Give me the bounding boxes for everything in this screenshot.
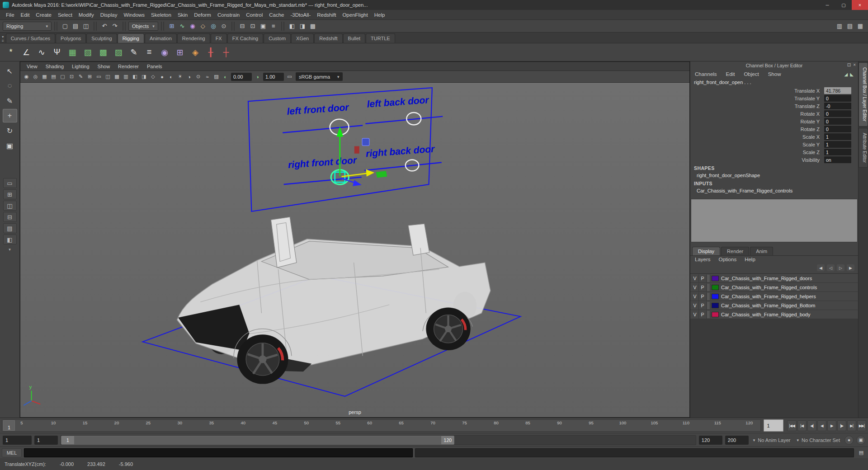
range-end-handle[interactable]: 120 — [441, 436, 454, 444]
muscle-icon[interactable]: ╂ — [203, 45, 218, 60]
paint-skin-weights-icon[interactable]: ✎ — [127, 45, 141, 60]
open-scene-icon[interactable]: ▤ — [71, 21, 80, 31]
menu-item[interactable]: Redshift — [314, 11, 339, 19]
step-forward-frame-button[interactable]: |▶ — [837, 420, 846, 431]
occlusion-icon[interactable]: ⊙ — [194, 72, 203, 81]
menu-item[interactable]: Modify — [75, 11, 97, 19]
Car_Chassis_with_Frame_Rigged_doors[interactable]: V P Car_Chassis_with_Frame_Rigged_doors — [690, 274, 858, 283]
snap-to-grid-icon[interactable]: ⊞ — [167, 21, 177, 31]
shape-node-name[interactable]: right_front_door_openShape — [690, 172, 858, 179]
channel-value-field[interactable]: on — [824, 156, 851, 163]
anim-layer-dropdown[interactable]: ▾ No Anim Layer — [751, 437, 793, 443]
layer-editor-tab[interactable]: Anim — [750, 247, 773, 255]
safe-title-icon[interactable]: ◨ — [140, 72, 148, 81]
channel-label[interactable]: Translate Z — [690, 103, 824, 109]
view-transform-dropdown[interactable]: sRGB gamma ▾ — [296, 72, 343, 81]
selected-object-name[interactable]: right_front_door_open . . . — [690, 79, 858, 87]
channel-value-field[interactable]: 0 — [824, 110, 851, 117]
detach-skin-icon[interactable]: ▨ — [111, 45, 126, 60]
add-layer-from-selected-button[interactable]: ▶ — [847, 264, 854, 271]
resolution-gate-icon[interactable]: ◫ — [104, 72, 112, 81]
exposure-field[interactable]: 0.00 — [231, 73, 252, 81]
menu-item[interactable]: Help — [371, 11, 388, 19]
hyperbolic-slider-icon[interactable]: ◣ — [850, 72, 854, 77]
textured-mode-icon[interactable]: ◐ — [167, 72, 175, 81]
channel-label[interactable]: Translate Y — [690, 96, 824, 101]
lattice-icon[interactable]: ⊞ — [173, 45, 187, 60]
script-editor-button[interactable]: ▤ — [856, 448, 866, 457]
gamma-toggle-icon[interactable]: ◑ — [253, 72, 262, 81]
snap-to-curve-icon[interactable]: ∿ — [177, 21, 187, 31]
channel-box-menu-item[interactable]: Show — [768, 71, 781, 77]
persp-graph-layout-button[interactable]: ⊟ — [3, 212, 17, 222]
layer-name[interactable]: Car_Chassis_with_Frame_Rigged_Bottom — [721, 303, 815, 308]
layer-editor-menu-item[interactable]: Options — [719, 257, 737, 263]
shelf-tab[interactable]: Redshift — [314, 33, 342, 43]
image-plane-icon[interactable]: ▢ — [58, 72, 67, 81]
safe-action-icon[interactable]: ◧ — [131, 72, 139, 81]
menu-item[interactable]: Constrain — [214, 11, 243, 19]
bind-skin-icon[interactable]: ▦ — [65, 45, 80, 60]
channel-value-field[interactable]: 0 — [824, 126, 851, 132]
menu-item[interactable]: File — [3, 11, 18, 19]
layer-editor-tab[interactable]: Display — [692, 247, 720, 255]
channel-label[interactable]: Visibility — [690, 157, 824, 163]
go-to-start-button[interactable]: |◀◀ — [787, 420, 796, 431]
menu-item[interactable]: Cache — [266, 11, 287, 19]
step-forward-key-button[interactable]: ▶| — [847, 420, 856, 431]
channel-label[interactable]: Rotate Z — [690, 127, 824, 132]
menu-item[interactable]: OpenFlight — [339, 11, 371, 19]
grease-pencil-icon[interactable]: ✎ — [76, 72, 85, 81]
channel-box-menu-item[interactable]: Object — [744, 71, 759, 77]
blend-shape-icon[interactable]: ≡ — [142, 45, 156, 60]
menu-item[interactable]: Skeleton — [148, 11, 175, 19]
range-start-handle[interactable]: 1 — [61, 436, 74, 444]
shelf-tab[interactable]: Rendering — [177, 33, 210, 43]
blue-helper-box[interactable] — [362, 138, 369, 146]
select-camera-icon[interactable]: ◉ — [22, 72, 31, 81]
shelf-menu-icon[interactable]: ≡ — [2, 39, 4, 43]
timeline-track[interactable]: 1 51015202530354045505560657075808590951… — [2, 419, 761, 432]
layer-visibility-toggle[interactable]: V — [691, 292, 699, 301]
viewport-menu-item[interactable]: Panels — [143, 63, 166, 70]
menu-item[interactable]: Display — [97, 11, 121, 19]
layer-visibility-toggle[interactable]: V — [691, 283, 699, 291]
channel-value-field[interactable]: 41.786 — [824, 87, 851, 94]
command-language-button[interactable]: MEL — [2, 448, 22, 457]
viewport-menu-item[interactable]: Show — [94, 63, 114, 70]
ik-spline-handle-icon[interactable]: ∿ — [34, 45, 49, 60]
playback-range[interactable]: 1 120 — [61, 436, 454, 445]
grid-toggle-icon[interactable]: ⊞ — [85, 72, 94, 81]
maximize-button[interactable]: ▢ — [835, 0, 852, 10]
layer-color-swatch[interactable] — [712, 276, 719, 281]
shelf-tab[interactable]: FX — [211, 33, 227, 43]
red-helper-box[interactable] — [354, 146, 359, 154]
layer-name[interactable]: Car_Chassis_with_Frame_Rigged_helpers — [721, 294, 816, 299]
command-input[interactable] — [24, 448, 413, 457]
two-d-pan-zoom-icon[interactable]: ⊡ — [67, 72, 76, 81]
play-forward-button[interactable]: ▶ — [827, 420, 836, 431]
animation-start-field[interactable]: 1 — [3, 436, 32, 445]
shelf-arrow-icon[interactable]: ▾ — [2, 35, 4, 39]
layer-playback-toggle[interactable]: P — [699, 283, 707, 291]
current-time-field[interactable]: 1 — [764, 419, 783, 432]
hypershade-persp-layout-button[interactable]: ▤ — [3, 223, 17, 233]
construction-history-icon[interactable]: ▣ — [258, 21, 268, 31]
input-node-name[interactable]: Car_Chassis_with_Frame_Rigged_controls — [690, 187, 858, 194]
sidebar-vertical-tab[interactable]: Channel Box / Layer Editor — [859, 62, 868, 127]
car-model[interactable] — [177, 217, 491, 384]
layer-editor-menu-item[interactable]: Help — [745, 257, 755, 263]
gate-mask-icon[interactable]: ▩ — [113, 72, 121, 81]
film-gate-icon[interactable]: ▭ — [94, 72, 103, 81]
channel-value-field[interactable]: 1 — [824, 149, 851, 155]
cluster-icon[interactable]: ◉ — [157, 45, 172, 60]
persp-outliner-layout-button[interactable]: ◫ — [3, 201, 17, 211]
animation-end-field[interactable]: 200 — [725, 436, 749, 445]
make-live-icon[interactable]: ◎ — [208, 21, 218, 31]
shadows-icon[interactable]: ◑ — [185, 72, 193, 81]
render-current-frame-icon[interactable]: ◧ — [287, 21, 297, 31]
lock-camera-icon[interactable]: ◎ — [31, 72, 40, 81]
gamma-field[interactable]: 1.00 — [263, 73, 284, 81]
shelf-tab[interactable]: TURTLE — [366, 33, 395, 43]
snap-to-plane-icon[interactable]: ◇ — [198, 21, 208, 31]
